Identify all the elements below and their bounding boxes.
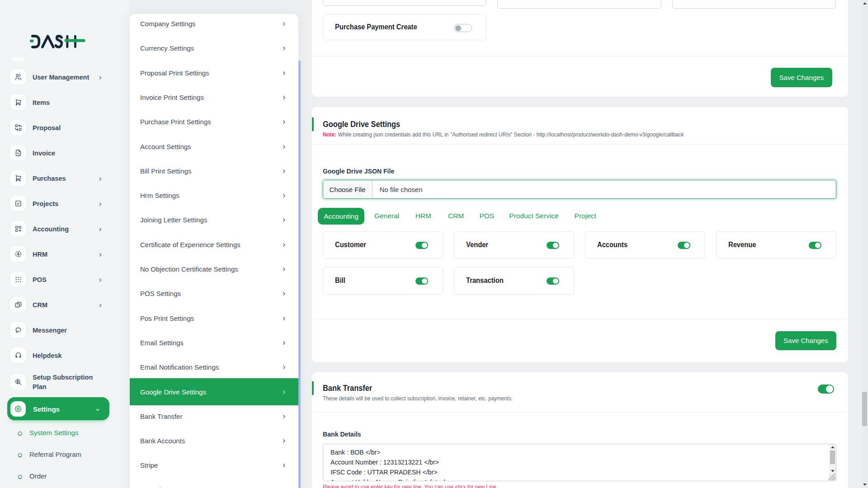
card-header-divider — [312, 144, 848, 145]
note-text: Note: While creating json credentials ad… — [323, 131, 684, 138]
tab-general[interactable]: General — [374, 212, 399, 220]
choose-file-button[interactable]: Choose File — [323, 180, 373, 198]
settings-menu-item-email-notification-settings[interactable]: Email Notification Settings — [130, 355, 298, 379]
settings-menu-item-email-settings[interactable]: Email Settings — [130, 330, 298, 355]
google-drive-json-file-input[interactable]: Choose File No file chosen — [323, 180, 837, 199]
module-toggle-bill[interactable] — [415, 277, 428, 285]
page-scrollbar-thumb — [862, 392, 867, 426]
settings-menu-item-hrm-settings[interactable]: Hrm Settings — [130, 183, 298, 207]
sidebar-item-helpdesk[interactable]: Helpdesk — [0, 343, 130, 368]
tab-project[interactable]: Project — [575, 212, 596, 220]
chevron-right-icon — [98, 201, 103, 206]
settings-menu-item-certificate-of-experience-settings[interactable]: Certificate of Experience Settings — [130, 232, 298, 257]
input-field[interactable] — [323, 0, 486, 6]
settings-menu-item-google-drive-settings[interactable]: Google Drive Settings — [130, 378, 298, 405]
chevron-right-icon — [281, 339, 287, 345]
bank-transfer-toggle[interactable] — [818, 385, 834, 394]
page-scrollbar[interactable] — [861, 0, 868, 488]
purchase-payment-create-toggle[interactable] — [454, 24, 472, 32]
input-field[interactable] — [497, 0, 661, 9]
card-accent-bar — [312, 117, 314, 131]
tab-accounting[interactable]: Accounting — [318, 208, 364, 225]
sidebar-item-invoice[interactable]: Invoice — [0, 140, 130, 165]
dash-logo — [30, 35, 85, 48]
sidebar-item-projects[interactable]: Projects — [0, 191, 130, 216]
module-card-accounts: Accounts — [585, 231, 705, 259]
settings-menu-item-bank-accounts[interactable]: Bank Accounts — [130, 428, 298, 453]
save-changes-button[interactable]: Save Changes — [771, 68, 832, 87]
input-field[interactable] — [672, 0, 836, 9]
settings-menu-item-proposal-print-settings[interactable]: Proposal Print Settings — [130, 61, 298, 85]
settings-menu-item-account-settings[interactable]: Account Settings — [130, 134, 298, 159]
bank-details-textarea[interactable]: Bank : BOB </br> Account Number : 123132… — [323, 444, 837, 481]
toggle-knob — [422, 243, 427, 248]
sidebar-item-user-management[interactable]: User Management — [0, 64, 130, 89]
sidebar-item-purchases[interactable]: Purchases — [0, 165, 130, 191]
chevron-right-icon — [281, 45, 287, 51]
sidebar-item-proposal[interactable]: Proposal — [0, 115, 130, 140]
sidebar-item-pos[interactable]: POS — [0, 267, 130, 292]
sidebar-item-accounting[interactable]: Accounting — [0, 216, 130, 241]
squares-icon — [10, 297, 26, 312]
settings-menu-item-invoice-print-settings[interactable]: Invoice Print Settings — [130, 85, 298, 109]
module-toggle-vender[interactable] — [547, 242, 559, 249]
sidebar: User Management Items Proposal Invoice P… — [0, 0, 130, 488]
textarea-warning: Pleave avoid to use enter key for new li… — [323, 483, 496, 488]
textarea-scrollbar-thumb[interactable] — [830, 450, 835, 464]
module-card-vender: Vender — [454, 231, 574, 259]
grid-add-icon — [10, 221, 26, 236]
sidebar-item-items[interactable]: Items — [0, 89, 130, 115]
purchase-payment-create-card: Purchase Payment Create — [323, 14, 486, 40]
settings-menu-item-pos-settings[interactable]: POS Settings — [130, 281, 298, 305]
settings-menu-item-pos-print-settings[interactable]: Pos Print Settings — [130, 306, 298, 330]
settings-menu-item-paypal[interactable]: Paypal — [130, 478, 298, 488]
tab-crm[interactable]: CRM — [448, 212, 464, 220]
module-label: Bill — [335, 277, 345, 285]
circle-icon — [18, 473, 23, 478]
chevron-right-icon — [281, 143, 287, 149]
file-status: No file chosen — [380, 186, 423, 193]
card-accent-bar — [312, 381, 314, 395]
settings-menu-item-purchase-print-settings[interactable]: Purchase Print Settings — [130, 109, 298, 134]
settings-menu-item-bank-transfer[interactable]: Bank Transfer — [130, 404, 298, 428]
settings-menu-item-joining-letter-settings[interactable]: Joining Letter Settings — [130, 207, 298, 232]
scroll-down-icon — [863, 483, 867, 486]
chevron-right-icon — [281, 462, 287, 468]
module-toggle-customer[interactable] — [415, 242, 428, 249]
sidebar-item-setup-subscription-plan[interactable]: Setup Subscription Plan — [0, 369, 130, 394]
module-toggle-transaction[interactable] — [547, 277, 559, 285]
sidebar-item-messenger[interactable]: Messenger — [0, 317, 130, 343]
module-toggle-revenue[interactable] — [809, 242, 821, 249]
sidebar-item-hrm[interactable]: HRM — [0, 241, 130, 267]
textarea-scrollbar[interactable] — [829, 444, 836, 474]
scroll-up-icon — [863, 2, 867, 5]
module-card-customer: Customer — [323, 231, 443, 259]
settings-menu-item-currency-settings[interactable]: Currency Settings — [130, 36, 298, 60]
module-toggle-accounts[interactable] — [678, 242, 690, 249]
settings-menu-scrollbar[interactable] — [298, 61, 301, 488]
tab-product-service[interactable]: Product Service — [509, 212, 558, 220]
settings-menu-item-company-settings[interactable]: Company Settings — [130, 11, 298, 36]
settings-menu-item-stripe[interactable]: Stripe — [130, 453, 298, 477]
sidebar-subitem-referral-program[interactable]: Referral Program — [0, 443, 130, 465]
toggle-knob — [553, 278, 558, 284]
chevron-right-icon — [98, 175, 103, 181]
sidebar-item-label: HRM — [33, 249, 99, 259]
module-label: Vender — [466, 241, 488, 249]
chevron-right-icon — [98, 302, 103, 307]
tab-pos[interactable]: POS — [479, 212, 494, 220]
settings-menu-item-bill-print-settings[interactable]: Bill Print Settings — [130, 159, 298, 183]
cart-icon — [10, 170, 26, 186]
settings-menu-item-no-objection-certificate-settings[interactable]: No Objection Certificate Settings — [130, 257, 298, 281]
file-invoice-icon — [10, 145, 26, 160]
sidebar-subitem-order[interactable]: Order — [0, 465, 130, 487]
tab-hrm[interactable]: HRM — [415, 212, 431, 220]
purchase-settings-card: Purchase Payment Create Save Changes — [312, 0, 848, 97]
sidebar-item-crm[interactable]: CRM — [0, 292, 130, 317]
toggle-knob — [826, 385, 833, 393]
sidebar-item-settings[interactable]: Settings — [7, 397, 109, 420]
search-dollar-icon — [10, 374, 26, 389]
sidebar-subitem-system-settings[interactable]: System Settings — [0, 422, 130, 443]
textarea-resize-grip[interactable] — [829, 474, 835, 480]
save-changes-button[interactable]: Save Changes — [775, 331, 837, 351]
